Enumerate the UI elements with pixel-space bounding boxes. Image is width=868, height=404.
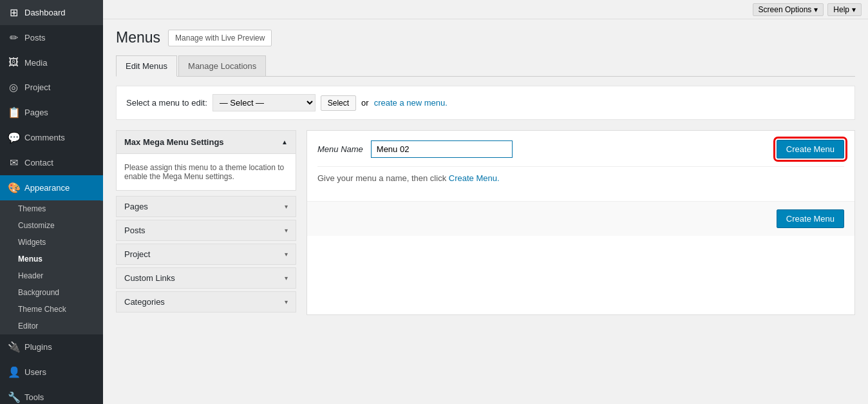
project-icon: ◎: [8, 81, 19, 93]
accordion-project: Project ▾: [116, 244, 296, 265]
accordion-categories-chevron-icon: ▾: [285, 298, 288, 305]
sidebar-item-editor[interactable]: Editor: [0, 318, 103, 334]
accordion-posts-header[interactable]: Posts ▾: [116, 220, 296, 241]
sidebar-item-widgets[interactable]: Widgets: [0, 234, 103, 251]
mega-menu-chevron-icon: ▲: [281, 139, 288, 146]
help-chevron-icon: ▾: [852, 5, 856, 14]
right-panel: Menu Name Create Menu Give your menu a n…: [307, 130, 855, 315]
create-menu-button-bottom[interactable]: Create Menu: [777, 209, 844, 228]
sidebar-item-users[interactable]: 👤 Users: [0, 360, 103, 385]
sidebar-item-menus[interactable]: Menus: [0, 251, 103, 267]
sidebar-item-theme-check[interactable]: Theme Check: [0, 301, 103, 318]
left-panel: Max Mega Menu Settings ▲ Please assign t…: [116, 130, 296, 315]
accordion-categories-header[interactable]: Categories ▾: [116, 291, 296, 313]
mega-menu-header[interactable]: Max Mega Menu Settings ▲: [116, 130, 296, 154]
sidebar-item-media[interactable]: 🖼 Media: [0, 50, 103, 75]
sidebar-item-plugins[interactable]: 🔌 Plugins: [0, 334, 103, 360]
sidebar: ⊞ Dashboard ✏ Posts 🖼 Media ◎ Project 📋 …: [0, 0, 103, 404]
menu-select[interactable]: — Select —: [212, 94, 316, 111]
appearance-submenu: Themes Customize Widgets Menus Header Ba…: [0, 200, 103, 334]
users-icon: 👤: [8, 366, 19, 378]
accordion-custom-links-chevron-icon: ▾: [285, 274, 288, 282]
page-header: Menus Manage with Live Preview: [116, 29, 855, 46]
accordion-categories: Categories ▾: [116, 291, 296, 313]
helper-text: Give your menu a name, then click Create…: [317, 166, 844, 192]
accordion-custom-links: Custom Links ▾: [116, 267, 296, 289]
create-new-menu-link[interactable]: create a new menu.: [374, 98, 448, 108]
sidebar-item-posts[interactable]: ✏ Posts: [0, 25, 103, 50]
help-button[interactable]: Help ▾: [827, 3, 862, 16]
contact-icon: ✉: [8, 157, 19, 169]
page-title: Menus: [116, 29, 160, 46]
tools-icon: 🔧: [8, 391, 19, 403]
sidebar-item-themes[interactable]: Themes: [0, 200, 103, 217]
sidebar-item-background[interactable]: Background: [0, 284, 103, 301]
main-area: Screen Options ▾ Help ▾ Menus Manage wit…: [103, 0, 868, 404]
accordion-pages: Pages ▾: [116, 196, 296, 217]
pages-icon: 📋: [8, 106, 19, 119]
tab-edit-menus[interactable]: Edit Menus: [116, 55, 177, 77]
screen-options-chevron-icon: ▾: [814, 5, 818, 14]
mega-menu-body: Please assign this menu to a theme locat…: [116, 154, 296, 191]
sidebar-item-pages[interactable]: 📋 Pages: [0, 100, 103, 125]
select-button[interactable]: Select: [321, 95, 356, 111]
accordion-project-header[interactable]: Project ▾: [116, 244, 296, 265]
create-menu-button-top[interactable]: Create Menu: [777, 140, 844, 159]
menu-name-row: Menu Name Create Menu: [317, 140, 844, 159]
accordion-posts: Posts ▾: [116, 220, 296, 241]
appearance-icon: 🎨: [8, 182, 19, 194]
select-label: Select a menu to edit:: [126, 98, 207, 108]
screen-options-button[interactable]: Screen Options ▾: [753, 3, 824, 16]
sidebar-item-dashboard[interactable]: ⊞ Dashboard: [0, 0, 103, 25]
two-column-layout: Max Mega Menu Settings ▲ Please assign t…: [116, 130, 855, 315]
live-preview-button[interactable]: Manage with Live Preview: [168, 30, 272, 46]
tab-manage-locations[interactable]: Manage Locations: [178, 55, 266, 76]
right-panel-inner: Menu Name Create Menu Give your menu a n…: [307, 131, 854, 201]
accordion-pages-chevron-icon: ▾: [285, 203, 288, 210]
sidebar-item-comments[interactable]: 💬 Comments: [0, 125, 103, 150]
sidebar-item-contact[interactable]: ✉ Contact: [0, 150, 103, 175]
media-icon: 🖼: [8, 57, 19, 68]
topbar: Screen Options ▾ Help ▾: [103, 0, 868, 19]
sidebar-item-project[interactable]: ◎ Project: [0, 75, 103, 100]
select-menu-bar: Select a menu to edit: — Select — Select…: [116, 86, 855, 120]
sidebar-item-tools[interactable]: 🔧 Tools: [0, 385, 103, 404]
menu-name-input[interactable]: [371, 140, 513, 158]
tabs-bar: Edit Menus Manage Locations: [116, 55, 855, 77]
accordion-pages-header[interactable]: Pages ▾: [116, 196, 296, 217]
accordion-project-chevron-icon: ▾: [285, 251, 288, 258]
or-text: or: [361, 98, 369, 108]
accordion-custom-links-header[interactable]: Custom Links ▾: [116, 267, 296, 289]
create-menu-link[interactable]: Create Menu.: [449, 173, 500, 183]
comments-icon: 💬: [8, 131, 19, 144]
content-area: Menus Manage with Live Preview Edit Menu…: [103, 19, 868, 404]
sidebar-item-customize[interactable]: Customize: [0, 217, 103, 234]
menu-name-label: Menu Name: [317, 144, 363, 154]
sidebar-item-header[interactable]: Header: [0, 267, 103, 284]
accordion-posts-chevron-icon: ▾: [285, 227, 288, 234]
sidebar-item-appearance[interactable]: 🎨 Appearance: [0, 175, 103, 200]
plugins-icon: 🔌: [8, 341, 19, 353]
right-panel-footer: Create Menu: [307, 201, 854, 236]
dashboard-icon: ⊞: [8, 6, 19, 19]
posts-icon: ✏: [8, 32, 19, 44]
